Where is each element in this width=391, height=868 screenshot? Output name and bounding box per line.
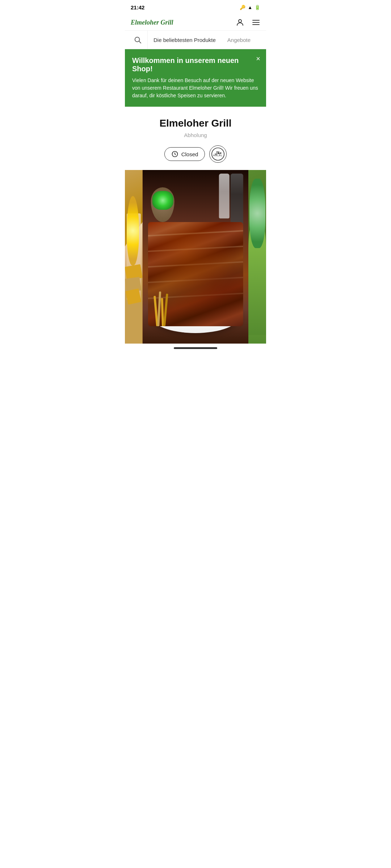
banner-title: Willkommen in unserem neuen Shop! [132,56,259,73]
svg-point-0 [239,20,241,22]
food-images [125,170,266,344]
banner-text: Vielen Dank für deinen Besuch auf der ne… [132,77,259,99]
restaurant-subtitle: Abholung [132,132,259,138]
svg-text:HALAL: HALAL [213,154,223,157]
nav-tabs: Die beliebtesten Produkte Angebote [125,31,266,49]
svg-line-5 [139,41,141,43]
restaurant-badges: Closed حلال HALAL [132,145,259,163]
status-time: 21:42 [131,4,144,10]
status-icons: 🔑 ▲ 🔋 [240,5,260,10]
welcome-banner: Willkommen in unserem neuen Shop! Vielen… [125,49,266,107]
food-right-strip [248,170,266,344]
header: Elmeloher Grill [125,14,266,31]
banner-close-button[interactable]: × [256,55,260,62]
logo: Elmeloher Grill [131,19,173,26]
home-bar [174,347,217,349]
tab-offers[interactable]: Angebote [222,32,256,48]
halal-badge: حلال HALAL [209,145,227,163]
profile-button[interactable] [236,18,244,27]
restaurant-name: Elmeloher Grill [132,118,259,129]
food-image-center [143,170,249,344]
restaurant-info: Elmeloher Grill Abholung Closed حلال HAL… [125,107,266,170]
closed-label: Closed [181,151,198,157]
home-indicator [125,344,266,353]
food-left-strip [125,170,143,344]
search-tab[interactable] [128,31,148,49]
menu-button[interactable] [252,18,260,27]
tab-popular-products[interactable]: Die beliebtesten Produkte [148,32,222,48]
header-icons [236,18,260,27]
battery-icon: 🔋 [255,5,260,10]
wifi-icon: ▲ [248,5,252,10]
key-icon: 🔑 [240,5,245,10]
status-badge[interactable]: Closed [164,147,205,161]
status-bar: 21:42 🔑 ▲ 🔋 [125,0,266,14]
